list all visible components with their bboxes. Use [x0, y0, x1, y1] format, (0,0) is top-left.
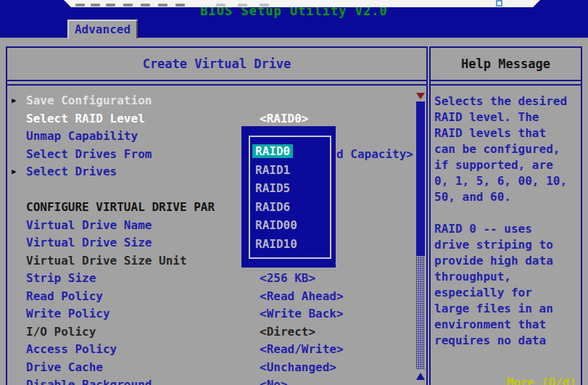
toolbar-icon-fragment[interactable]: [91, 4, 100, 7]
raid-option-label: RAID6: [252, 200, 293, 214]
toolbar-icon-fragment[interactable]: [141, 4, 150, 7]
menu-item-value: <RAID0>: [260, 110, 308, 128]
help-title: Help Message: [431, 48, 581, 80]
menu-item-label: Strip Size: [26, 271, 96, 285]
menu-item-virtual-drive-size[interactable]: Virtual Drive Size: [9, 234, 413, 252]
help-text-line: large files in an: [434, 301, 578, 317]
scroll-down-arrow-icon[interactable]: [416, 93, 425, 99]
raid-option-label: RAID0: [252, 144, 293, 158]
toolbar-icon-fragment[interactable]: [175, 4, 185, 7]
toolbar-icon-fragment[interactable]: [238, 4, 247, 7]
menu-item-disable-background[interactable]: Disable Background<No>: [9, 376, 413, 385]
menu-item-label: Drive Cache: [26, 360, 103, 374]
blue-outline-square-icon[interactable]: [496, 0, 502, 7]
menu-item-label: Read Policy: [26, 289, 103, 303]
menu-item-value: <Direct>: [260, 323, 315, 341]
menu-item-value: <Unchanged>: [260, 359, 336, 377]
menu-item-select-drives[interactable]: ▶Select Drives: [9, 163, 413, 181]
menu-item-virtual-drive-size-unit[interactable]: Virtual Drive Size Unit: [9, 252, 413, 270]
menu-item-virtual-drive-name[interactable]: Virtual Drive Name: [9, 217, 413, 235]
help-text-line: environment that: [434, 317, 578, 333]
panel-title: Create Virtual Drive: [7, 48, 426, 80]
raid-option-label: RAID1: [252, 163, 293, 177]
menu-item-value: <Write Back>: [260, 305, 344, 323]
menu-item-value: <256 KB>: [260, 270, 315, 288]
raid-option-raid0[interactable]: RAID0: [252, 142, 330, 161]
scrollbar[interactable]: [415, 90, 426, 385]
help-text-line: drive striping to: [434, 237, 578, 253]
help-text-line: provide high data: [434, 253, 578, 269]
bios-main-area: Create Virtual Drive ▶Save Configuration…: [0, 38, 588, 385]
menu-item-select-drives-from[interactable]: Select Drives Fromd Capacity>: [9, 146, 413, 164]
tab-advanced[interactable]: Advanced: [67, 20, 138, 38]
raid-option-raid1[interactable]: RAID1: [252, 161, 330, 180]
menu-item-label: Access Policy: [26, 342, 117, 356]
menu-item-select-raid-level[interactable]: Select RAID Level<RAID0>: [9, 110, 413, 128]
help-text-line: Selects the desired: [434, 94, 578, 109]
menu-item-value: <No>: [260, 376, 288, 385]
menu-item-value: d Capacity>: [336, 146, 413, 164]
menu-item-unmap-capability[interactable]: Unmap Capability: [9, 128, 413, 146]
scrollbar-thumb[interactable]: [416, 102, 425, 256]
menu-item-label: CONFIGURE VIRTUAL DRIVE PAR: [26, 200, 215, 214]
help-text-line: RAID levels that: [434, 125, 578, 141]
menu-item-label: Virtual Drive Size Unit: [26, 254, 187, 268]
raid-level-dropdown: RAID0RAID1RAID5RAID6RAID00RAID10: [241, 126, 336, 268]
menu-item-label: Select Drives From: [26, 147, 152, 161]
help-text-line: RAID level. The: [434, 109, 578, 125]
raid-option-raid10[interactable]: RAID10: [252, 235, 330, 254]
help-text: Selects the desiredRAID level. TheRAID l…: [431, 86, 581, 349]
help-text-line: 0, 1, 5, 6, 00, 10,: [434, 173, 578, 189]
scroll-up-arrow-icon[interactable]: [416, 373, 425, 380]
menu-item-save-configuration[interactable]: ▶Save Configuration: [9, 92, 413, 110]
raid-option-label: RAID00: [252, 218, 300, 232]
raid-option-label: RAID10: [252, 237, 300, 251]
menu-item-label: Write Policy: [26, 307, 110, 320]
blank-row: [9, 181, 413, 199]
help-text-line: if supported, are: [434, 157, 578, 173]
raid-option-label: RAID5: [252, 181, 293, 195]
menu-item-drive-cache[interactable]: Drive Cache<Unchanged>: [9, 359, 413, 377]
toolbar-icon-fragment[interactable]: [106, 4, 115, 7]
menu-item-label: Select Drives: [26, 165, 117, 178]
menu-item-io-policy[interactable]: I/O Policy<Direct>: [9, 323, 413, 341]
bios-setup-screen: BIOS Setup Utility V2.0 Advanced Create …: [0, 0, 588, 385]
scrollbar-track[interactable]: [416, 256, 425, 369]
header-divider: [431, 80, 581, 86]
menu-item-label: Unmap Capability: [26, 129, 138, 143]
raid-option-raid6[interactable]: RAID6: [252, 198, 330, 217]
submenu-arrow-icon: ▶: [12, 92, 17, 110]
menu-item-value: <Read/Write>: [260, 341, 344, 359]
help-text-line: RAID 0 -- uses: [434, 221, 578, 237]
submenu-arrow-icon: ▶: [12, 163, 17, 181]
raid-option-raid00[interactable]: RAID00: [252, 216, 330, 235]
help-text-line: 50, and 60.: [434, 189, 578, 205]
help-panel: Help Message Selects the desiredRAID lev…: [429, 46, 582, 385]
menu-item-label: I/O Policy: [26, 325, 96, 339]
toolbar-icon-fragment[interactable]: [158, 4, 167, 7]
help-more-indicator: More (D/d): [507, 376, 576, 385]
toolbar-icon-fragment[interactable]: [260, 4, 269, 7]
menu-item-access-policy[interactable]: Access Policy<Read/Write>: [9, 341, 413, 359]
raid-level-options: RAID0RAID1RAID5RAID6RAID00RAID10: [250, 137, 330, 253]
toolbar-icon-fragment[interactable]: [75, 4, 85, 7]
menu-item-read-policy[interactable]: Read Policy<Read Ahead>: [9, 288, 413, 306]
help-text-line: throughput,: [434, 269, 578, 285]
menu-item-label: Save Configuration: [26, 94, 152, 107]
menu-item-label: Virtual Drive Name: [26, 218, 152, 232]
toolbar-icon-fragment[interactable]: [216, 4, 225, 7]
raid-option-raid5[interactable]: RAID5: [252, 179, 330, 198]
remote-console-toolbar: [64, 0, 540, 7]
header-divider: [7, 80, 426, 86]
help-text-line: requires no data: [434, 333, 578, 349]
help-text-line: especially for: [434, 285, 578, 301]
menu-item-value: <Read Ahead>: [260, 288, 344, 306]
help-text-line: [434, 205, 578, 221]
menu-item-write-policy[interactable]: Write Policy<Write Back>: [9, 305, 413, 323]
menu-item-strip-size[interactable]: Strip Size<256 KB>: [9, 270, 413, 288]
raid-level-dropdown-border: RAID0RAID1RAID5RAID6RAID00RAID10: [249, 136, 331, 259]
menu-item-label: Select RAID Level: [26, 112, 145, 125]
toolbar-icon-fragment[interactable]: [123, 4, 133, 7]
menu-item-label: Disable Background: [26, 378, 152, 385]
create-virtual-drive-panel: Create Virtual Drive ▶Save Configuration…: [6, 46, 428, 385]
